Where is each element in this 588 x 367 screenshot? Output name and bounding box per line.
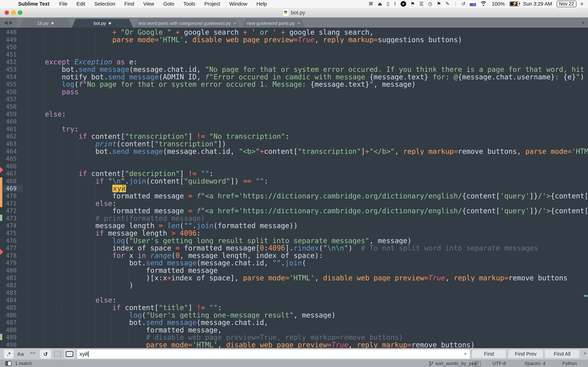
code-line-479[interactable]: 479 bot.send_message(message.chat.id, ""… [0,259,588,267]
code-line-452[interactable]: 452 except Exception as e: [0,58,588,66]
menu-help[interactable]: Help [252,1,271,7]
tab-bot-py[interactable]: bot.py [72,19,133,28]
clip-icon[interactable]: ⌇ [392,1,398,7]
code-line-473[interactable]: 473 # print(formatted_message) [0,215,588,222]
code-line-453[interactable]: 453 bot.send_message(message.chat.id, "N… [0,66,588,73]
code-line-448[interactable]: 448 + "Or Google " + google_search + ' o… [0,28,588,36]
screenshot-icon[interactable]: ⏏ [375,1,384,7]
whole-word-toggle[interactable]: “” [28,350,37,359]
code-line-468[interactable]: 468 if "\n".join(content["guideword"]) =… [0,177,588,185]
keyboard-layout-russian-icon[interactable]: PC [470,1,476,6]
code-line-483[interactable]: 483 [0,289,588,297]
find-input[interactable]: хуй ▼ [77,350,470,359]
indent-indicator[interactable]: Spaces: 4 [525,361,545,366]
pen-icon[interactable]: ✎ [443,1,452,7]
flag2-icon[interactable]: ⚑ [434,1,443,7]
in-selection-toggle[interactable]: → [53,350,62,359]
menu-selection[interactable]: Selection [90,1,120,7]
code-line-456[interactable]: 456 pass [0,88,588,96]
menu-window[interactable]: Window [225,1,252,7]
menu-sublime-text[interactable]: Sublime Text [14,1,55,7]
code-line-461[interactable]: 461 try: [0,125,588,133]
code-line-477[interactable]: 477 index_of_space = formatted_message[0… [0,244,588,252]
tab-list-dropdown-icon[interactable]: ▼ [581,20,586,26]
menu-date-widget[interactable]: Nov 22 [557,1,577,7]
mouse-icon[interactable]: ▯ [384,1,392,7]
code-line-467[interactable]: 467 if content["description"] != "": [0,170,588,177]
menu-tools[interactable]: Tools [179,1,200,7]
bluetooth-icon[interactable]: ᛒ [452,1,459,7]
encoding-indicator[interactable]: UTF-8 [493,361,506,366]
regex-toggle[interactable]: .* [4,350,14,359]
wrap-toggle[interactable]: ↺ [40,350,51,359]
highlight-matches-toggle[interactable] [64,350,75,359]
code-line-480[interactable]: 480 formatted_message [0,267,588,274]
menu-clock[interactable]: Sun 3:29 AM [520,1,555,7]
code-line-466[interactable]: 466 [0,163,588,170]
command-gear-icon[interactable]: ⌘ [366,1,375,7]
code-line-457[interactable]: 457 [0,95,588,103]
code-line-450[interactable]: 450 [0,43,588,51]
time-machine-icon[interactable]: ↺ [459,1,468,7]
panel-toggle-icon[interactable] [5,361,12,366]
code-line-470[interactable]: 470 formatted_message = f"<a href='https… [0,192,588,200]
git-branch-name[interactable]: sort_words_by_part [435,361,477,366]
code-line-490[interactable]: 490 parse_mode='HTML', disable_web_page_… [0,341,588,348]
code-line-476[interactable]: 476 log("User's getting long result spli… [0,237,588,244]
notification-center-icon[interactable]: ≡ [578,1,586,7]
code-line-478[interactable]: 478 for x in range(0, message_length, in… [0,252,588,259]
tab-scroll-right-icon[interactable]: ▶ [9,20,13,25]
menu-goto[interactable]: Goto [159,1,179,7]
code-line-454[interactable]: 454 notify_bot.send_message(ADMIN_ID, f"… [0,73,588,81]
tab-16-py[interactable]: 16.py [19,19,72,28]
code-line-485[interactable]: 485 if content["title"] != "": [0,304,588,311]
code-line-451[interactable]: 451 [0,51,588,58]
code-line-469[interactable]: 469 хуй [0,185,588,192]
code-line-449[interactable]: 449 parse_mode='HTML', disable_web_page_… [0,36,588,43]
tab-scroll-left-icon[interactable]: ◀ [4,20,8,25]
tab-new-guideword-parts-py[interactable]: new guideword parts.py× [242,19,305,28]
battery-icon[interactable]: ⚡ [510,1,519,7]
code-line-488[interactable]: 488 formatted_message, [0,326,588,334]
code-line-464[interactable]: 464 bot.send_message(message.chat.id, "<… [0,148,588,155]
code-line-472[interactable]: 472 formatted_message = f"<a href='https… [0,207,588,215]
flag-icon[interactable]: ⚑ [408,1,417,7]
find-button[interactable]: Find [472,350,506,358]
menu-file[interactable]: File [55,1,72,7]
find-all-button[interactable]: Find All [545,350,579,358]
code-line-475[interactable]: 475 if message_length > 4096: [0,229,588,237]
wifi-icon[interactable] [480,1,487,7]
case-sensitive-toggle[interactable]: Aa [16,350,25,359]
menu-edit[interactable]: Edit [72,1,90,7]
code-editor[interactable]: 448 + "Or Google " + google_search + ' o… [0,28,588,348]
code-line-455[interactable]: 455 log(f"No page for that or system err… [0,81,588,88]
telegram-icon[interactable]: ➤ [401,1,406,7]
code-line-484[interactable]: 484 else: [0,296,588,304]
code-line-462[interactable]: 462 if content["transcription"] != "No t… [0,133,588,140]
code-line-489[interactable]: 489 # disable_web_page_preview=True, rep… [0,334,588,341]
code-line-474[interactable]: 474 message_length = len("".join(formatt… [0,222,588,229]
code-line-471[interactable]: 471 else: [0,200,588,207]
menu-project[interactable]: Project [200,1,225,7]
find-prev-button[interactable]: Find Prev [508,350,543,358]
code-line-460[interactable]: 460 [0,118,588,125]
tab-close-icon[interactable]: × [234,21,236,26]
clock-icon[interactable]: ◷ [426,1,434,7]
tab-scroll-arrows[interactable]: ◀ ▶ [0,17,17,28]
code-line-482[interactable]: 482 ) [0,282,588,289]
code-line-486[interactable]: 486 log("User's getting one-message resu… [0,311,588,319]
tab-test-word-parts-with-categorized-guideword-py[interactable]: test word parts with categorized guidewo… [135,19,240,28]
find-close-icon[interactable]: × [583,350,587,356]
tab-close-icon[interactable]: × [298,21,300,26]
find-history-dropdown-icon[interactable]: ▼ [463,352,467,357]
code-line-458[interactable]: 458 [0,103,588,110]
menu-view[interactable]: View [139,1,159,7]
code-line-465[interactable]: 465 [0,155,588,163]
code-line-487[interactable]: 487 bot.send_message(message.chat.id, [0,319,588,326]
code-line-481[interactable]: 481 )[x:x+index_of_space], parse_mode='H… [0,274,588,282]
code-line-463[interactable]: 463 print(content["transcription"]) [0,140,588,148]
syntax-indicator[interactable]: Python [562,361,577,366]
code-line-459[interactable]: 459 else: [0,110,588,118]
notes-icon[interactable]: ☰ [417,1,426,7]
menu-find[interactable]: Find [120,1,138,7]
